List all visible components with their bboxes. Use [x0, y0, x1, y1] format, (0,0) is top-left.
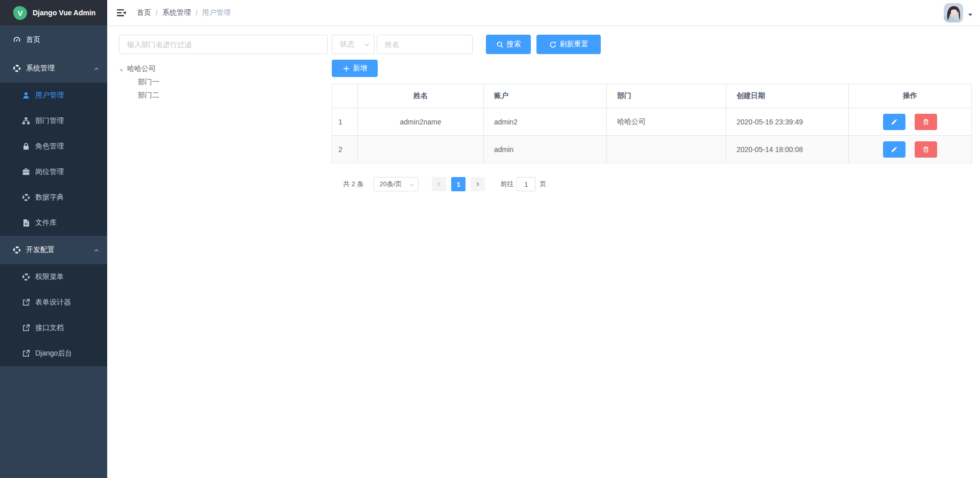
sidebar-group-system[interactable]: 系统管理: [0, 54, 107, 83]
cell-created: 2020-05-14 18:00:08: [726, 136, 849, 163]
search-button[interactable]: 搜索: [486, 35, 531, 54]
sidebar-group-dev-config[interactable]: 开发配置: [0, 236, 107, 264]
table-row: 2 admin 2020-05-14 18:00:08: [332, 136, 972, 163]
dashboard-icon: [13, 36, 21, 44]
org-tree-icon: [22, 117, 30, 125]
department-tree: 哈哈公司 部门一 部门二: [119, 62, 328, 102]
user-menu[interactable]: [944, 3, 973, 23]
sidebar-item-label: 接口文档: [35, 323, 64, 333]
user-panel: 状态 搜索 刷新重置 新增 姓名 账户: [332, 35, 971, 191]
sidebar-item-label: 角色管理: [35, 142, 64, 151]
main-content: 哈哈公司 部门一 部门二 状态 搜索 刷新重置: [107, 26, 980, 478]
sidebar-item-posts[interactable]: 岗位管理: [0, 159, 107, 185]
refresh-icon: [549, 41, 557, 48]
cell-dept: [607, 136, 726, 163]
tree-node-root[interactable]: 哈哈公司: [119, 62, 328, 76]
edit-pencil-icon: [891, 118, 898, 125]
trash-icon: [922, 146, 929, 153]
trash-icon: [922, 118, 929, 125]
cell-account: admin2: [484, 108, 607, 136]
column-header-index: [332, 84, 358, 108]
cell-dept: 哈哈公司: [607, 108, 726, 136]
plus-icon: [342, 65, 350, 72]
sidebar-item-label: 首页: [26, 35, 40, 44]
submenu-system: 用户管理 部门管理 角色管理 岗位管理 数据字典 文件库: [0, 83, 107, 236]
cell-name: [358, 136, 484, 163]
status-select-placeholder: 状态: [340, 40, 354, 49]
tree-node-child[interactable]: 部门一: [119, 76, 328, 89]
delete-button[interactable]: [915, 114, 937, 130]
logo-letter: V: [17, 9, 22, 17]
sidebar-item-label: 用户管理: [35, 91, 64, 100]
add-user-button[interactable]: 新增: [332, 60, 378, 77]
sidebar-item-label: 数据字典: [35, 193, 64, 202]
goto-page-input[interactable]: [517, 177, 535, 191]
edit-pencil-icon: [891, 146, 898, 153]
external-link-icon: [22, 298, 30, 307]
breadcrumb-separator: /: [195, 9, 198, 17]
sidebar-item-label: 文件库: [35, 218, 57, 228]
page-number-button[interactable]: 1: [451, 177, 465, 191]
chevron-right-icon: [475, 181, 481, 187]
app-title: Django Vue Admin: [33, 9, 95, 17]
breadcrumb-home[interactable]: 首页: [137, 8, 151, 17]
sidebar-item-users[interactable]: 用户管理: [0, 83, 107, 108]
sidebar-item-django-admin[interactable]: Django后台: [0, 341, 107, 366]
refresh-reset-button-label: 刷新重置: [560, 40, 589, 49]
sidebar-item-roles[interactable]: 角色管理: [0, 134, 107, 159]
sidebar-collapse-icon[interactable]: [116, 8, 127, 18]
document-icon: [22, 219, 30, 227]
component-icon: [13, 246, 21, 254]
sidebar-group-label: 开发配置: [26, 245, 55, 255]
tree-node-label: 部门一: [138, 78, 159, 87]
sidebar-item-form-designer[interactable]: 表单设计器: [0, 290, 107, 315]
sidebar-item-dictionary[interactable]: 数据字典: [0, 185, 107, 210]
caret-down-icon: [968, 10, 973, 15]
search-icon: [496, 41, 504, 48]
breadcrumb-section[interactable]: 系统管理: [162, 8, 191, 17]
add-user-button-label: 新增: [353, 64, 368, 73]
tree-node-child[interactable]: 部门二: [119, 89, 328, 102]
sidebar-item-home[interactable]: 首页: [0, 26, 107, 54]
cell-name: admin2name: [358, 108, 484, 136]
pagination-total: 共 2 条: [343, 180, 363, 189]
component-icon: [22, 273, 30, 281]
page-size-select[interactable]: 20条/页: [374, 177, 419, 191]
column-header-created: 创建日期: [726, 84, 849, 108]
page-size-value: 20条/页: [379, 180, 402, 189]
prev-page-button[interactable]: [432, 177, 446, 191]
goto-suffix: 页: [540, 180, 546, 189]
component-icon: [22, 193, 30, 202]
column-header-actions: 操作: [849, 84, 972, 108]
external-link-icon: [22, 349, 30, 358]
chevron-down-icon: [409, 182, 414, 187]
cell-actions: [849, 136, 972, 163]
lock-icon: [22, 142, 30, 150]
edit-button[interactable]: [883, 141, 905, 158]
refresh-reset-button[interactable]: 刷新重置: [536, 35, 601, 54]
delete-button[interactable]: [915, 141, 937, 158]
sidebar-item-files[interactable]: 文件库: [0, 210, 107, 236]
tree-node-label: 哈哈公司: [127, 64, 156, 73]
name-filter-input[interactable]: [377, 35, 473, 54]
column-header-name: 姓名: [358, 84, 484, 108]
chevron-up-icon: [93, 247, 100, 253]
status-select[interactable]: 状态: [332, 35, 375, 54]
cell-account: admin: [484, 136, 607, 163]
sidebar-item-label: 表单设计器: [35, 298, 71, 307]
user-icon: [22, 91, 30, 99]
search-toolbar: 状态 搜索 刷新重置: [332, 35, 971, 54]
breadcrumb-separator: /: [156, 9, 158, 17]
edit-button[interactable]: [883, 114, 905, 130]
chevron-up-icon: [93, 65, 100, 71]
sidebar-group-label: 系统管理: [26, 64, 55, 73]
sidebar-item-api-docs[interactable]: 接口文档: [0, 315, 107, 341]
sidebar-item-departments[interactable]: 部门管理: [0, 108, 107, 134]
sidebar-item-permission-menu[interactable]: 权限菜单: [0, 264, 107, 290]
goto-label: 前往: [500, 180, 513, 189]
department-filter-input[interactable]: [119, 35, 328, 54]
pagination: 共 2 条 20条/页 1 前往 页: [332, 177, 971, 191]
app-logo[interactable]: V Django Vue Admin: [0, 0, 107, 26]
next-page-button[interactable]: [471, 177, 485, 191]
cell-index: 2: [332, 136, 358, 163]
